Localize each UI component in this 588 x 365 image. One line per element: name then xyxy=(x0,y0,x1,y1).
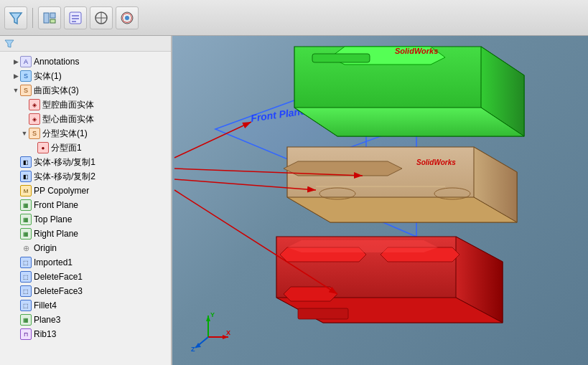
tree-item-move-copy2[interactable]: ◧ 实体-移动/复制2 xyxy=(0,169,171,184)
icon-top-plane: ▦ xyxy=(20,214,32,225)
tree-item-parting-surface[interactable]: ● 分型面1 xyxy=(0,141,171,155)
svg-text:SolidWorks: SolidWorks xyxy=(395,47,438,55)
filter-bar xyxy=(0,36,171,52)
feature-manager-btn[interactable] xyxy=(38,6,61,29)
tree-item-imported1[interactable]: ⬚ Imported1 xyxy=(0,255,171,270)
svg-text:SolidWorks: SolidWorks xyxy=(416,158,456,166)
svg-rect-1 xyxy=(44,13,49,23)
toolbar xyxy=(0,0,588,36)
tree-arrow-annotations[interactable] xyxy=(11,57,20,66)
feature-tree[interactable]: A Annotations S 实体(1) S 曲面实体(3) ◈ 型腔曲面实体 xyxy=(0,52,171,365)
svg-rect-3 xyxy=(50,19,55,23)
viewport[interactable]: Front Plane Right Plane SolidWorks xyxy=(172,36,588,365)
svg-point-12 xyxy=(125,16,129,20)
left-panel: A Annotations S 实体(1) S 曲面实体(3) ◈ 型腔曲面实体 xyxy=(0,36,172,365)
tree-item-material[interactable]: M PP Copolymer xyxy=(0,184,171,198)
main-area: A Annotations S 实体(1) S 曲面实体(3) ◈ 型腔曲面实体 xyxy=(0,36,588,365)
tree-arrow-parting-body[interactable] xyxy=(20,129,29,138)
tree-arrow-mold-cavity xyxy=(20,100,29,109)
tree-item-deleteface1[interactable]: ⬚ DeleteFace1 xyxy=(0,270,171,284)
tree-arrow-fillet4 xyxy=(11,301,20,310)
label-origin: Origin xyxy=(34,243,57,253)
label-imported1: Imported1 xyxy=(34,257,73,267)
tree-item-solid[interactable]: S 实体(1) xyxy=(0,69,171,83)
property-manager-btn[interactable] xyxy=(64,6,87,29)
tree-item-fillet4[interactable]: ⬚ Fillet4 xyxy=(0,298,171,313)
label-deleteface3: DeleteFace3 xyxy=(34,286,83,296)
tree-item-core-surface[interactable]: ◈ 型心曲面实体 xyxy=(0,112,171,126)
tree-item-annotations[interactable]: A Annotations xyxy=(0,54,171,69)
svg-marker-0 xyxy=(10,13,22,24)
tree-item-rib13[interactable]: ⊓ Rib13 xyxy=(0,327,171,341)
tree-arrow-solid[interactable] xyxy=(11,72,20,80)
tree-arrow-right-plane xyxy=(11,229,20,238)
tree-arrow-parting-surface xyxy=(29,143,37,152)
tree-arrow-front-plane xyxy=(11,201,20,209)
label-surface: 曲面实体(3) xyxy=(34,85,79,97)
tree-arrow-rib13 xyxy=(11,330,20,338)
tree-arrow-move-copy1 xyxy=(11,158,20,166)
icon-move-copy1: ◧ xyxy=(20,156,32,168)
svg-rect-22 xyxy=(312,54,370,62)
tree-item-deleteface3[interactable]: ⬚ DeleteFace3 xyxy=(0,284,171,298)
label-solid: 实体(1) xyxy=(34,70,62,82)
tree-arrow-origin xyxy=(11,244,20,252)
tree-item-top-plane[interactable]: ▦ Top Plane xyxy=(0,212,171,227)
label-fillet4: Fillet4 xyxy=(34,300,57,311)
label-parting-body: 分型实体(1) xyxy=(42,128,88,140)
tree-item-mold-cavity[interactable]: ◈ 型腔曲面实体 xyxy=(0,98,171,112)
icon-surface: S xyxy=(20,85,32,96)
label-front-plane: Front Plane xyxy=(34,200,78,210)
icon-core-surface: ◈ xyxy=(29,113,40,125)
icon-material: M xyxy=(20,185,32,196)
svg-text:X: X xyxy=(226,329,230,336)
label-mold-cavity: 型腔曲面实体 xyxy=(42,99,94,111)
tree-arrow-surface[interactable] xyxy=(11,86,20,95)
label-deleteface1: DeleteFace1 xyxy=(34,272,83,282)
label-parting-surface: 分型面1 xyxy=(51,142,82,154)
icon-deleteface3: ⬚ xyxy=(20,285,32,297)
label-rib13: Rib13 xyxy=(34,329,56,339)
label-move-copy2: 实体-移动/复制2 xyxy=(34,171,95,183)
label-material: PP Copolymer xyxy=(34,186,89,196)
tree-arrow-deleteface1 xyxy=(11,272,20,281)
label-annotations: Annotations xyxy=(34,57,79,67)
icon-move-copy2: ◧ xyxy=(20,171,32,182)
svg-marker-13 xyxy=(5,40,14,47)
svg-rect-2 xyxy=(50,13,55,18)
label-right-plane: Right Plane xyxy=(34,229,78,239)
sep1 xyxy=(32,8,33,28)
tree-item-move-copy1[interactable]: ◧ 实体-移动/复制1 xyxy=(0,155,171,169)
tree-item-origin[interactable]: ⊕ Origin xyxy=(0,241,171,255)
tree-arrow-core-surface xyxy=(20,115,29,123)
icon-parting-surface: ● xyxy=(37,142,49,153)
label-core-surface: 型心曲面实体 xyxy=(42,113,94,125)
3d-scene-svg: Front Plane Right Plane SolidWorks xyxy=(172,36,588,365)
svg-line-40 xyxy=(174,122,251,158)
filter-btn[interactable] xyxy=(4,6,27,29)
icon-plane3: ▦ xyxy=(20,314,32,326)
svg-rect-38 xyxy=(298,308,348,319)
icon-rib13: ⊓ xyxy=(20,328,32,340)
tree-item-right-plane[interactable]: ▦ Right Plane xyxy=(0,227,171,241)
tree-item-front-plane[interactable]: ▦ Front Plane xyxy=(0,198,171,212)
icon-front-plane: ▦ xyxy=(20,199,32,211)
icon-parting-body: S xyxy=(29,128,40,139)
icon-annotations: A xyxy=(20,56,32,67)
tree-item-parting-body[interactable]: S 分型实体(1) xyxy=(0,126,171,141)
tree-arrow-imported1 xyxy=(11,258,20,267)
tree-item-surface[interactable]: S 曲面实体(3) xyxy=(0,83,171,98)
tree-item-plane3[interactable]: ▦ Plane3 xyxy=(0,313,171,327)
label-plane3: Plane3 xyxy=(34,315,60,325)
icon-imported1: ⬚ xyxy=(20,257,32,268)
config-manager-btn[interactable] xyxy=(90,6,113,29)
tree-arrow-top-plane xyxy=(11,215,20,224)
icon-fillet4: ⬚ xyxy=(20,300,32,311)
tree-arrow-deleteface3 xyxy=(11,287,20,295)
label-move-copy1: 实体-移动/复制1 xyxy=(34,156,95,169)
svg-marker-39 xyxy=(287,240,438,252)
icon-mold-cavity: ◈ xyxy=(29,99,40,110)
icon-origin: ⊕ xyxy=(20,242,32,254)
filter-icon xyxy=(4,39,14,49)
display-manager-btn[interactable] xyxy=(116,6,139,29)
